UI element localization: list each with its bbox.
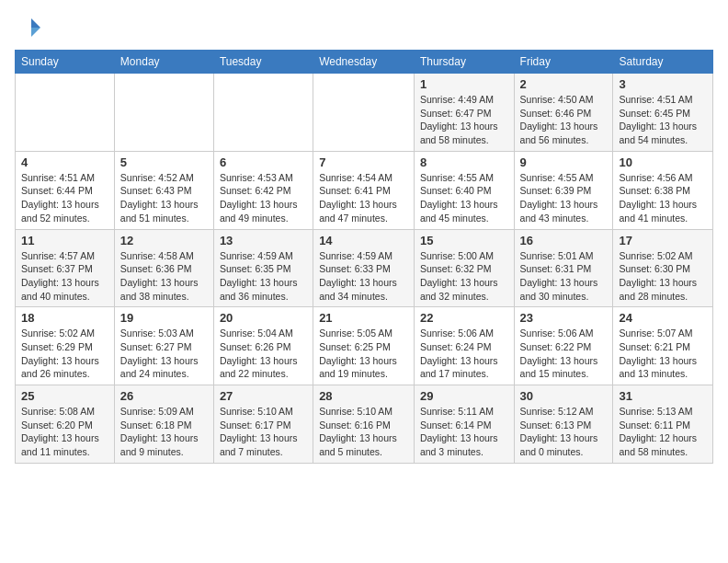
calendar-cell: 19Sunrise: 5:03 AM Sunset: 6:27 PM Dayli… [114, 307, 213, 385]
calendar-cell: 4Sunrise: 4:51 AM Sunset: 6:44 PM Daylig… [16, 151, 115, 229]
calendar-cell [313, 74, 415, 152]
day-detail: Sunrise: 5:02 AM Sunset: 6:30 PM Dayligh… [619, 249, 707, 304]
day-number: 28 [319, 389, 408, 403]
calendar-cell: 28Sunrise: 5:10 AM Sunset: 6:16 PM Dayli… [313, 385, 415, 464]
calendar-cell: 25Sunrise: 5:08 AM Sunset: 6:20 PM Dayli… [16, 385, 115, 464]
header-sunday: Sunday [16, 51, 115, 74]
day-number: 17 [619, 234, 707, 247]
day-number: 27 [220, 389, 307, 403]
day-detail: Sunrise: 5:07 AM Sunset: 6:21 PM Dayligh… [619, 327, 707, 381]
week-row-0: 1Sunrise: 4:49 AM Sunset: 6:47 PM Daylig… [16, 74, 713, 152]
calendar-cell: 18Sunrise: 5:02 AM Sunset: 6:29 PM Dayli… [16, 307, 115, 385]
calendar-cell: 23Sunrise: 5:06 AM Sunset: 6:22 PM Dayli… [514, 307, 613, 385]
day-number: 18 [21, 311, 108, 325]
svg-marker-0 [31, 18, 40, 28]
day-detail: Sunrise: 4:59 AM Sunset: 6:35 PM Dayligh… [220, 249, 307, 304]
calendar-header: Sunday Monday Tuesday Wednesday Thursday… [16, 51, 713, 74]
day-detail: Sunrise: 5:06 AM Sunset: 6:22 PM Dayligh… [520, 327, 608, 381]
day-detail: Sunrise: 5:12 AM Sunset: 6:13 PM Dayligh… [520, 405, 608, 459]
day-detail: Sunrise: 4:49 AM Sunset: 6:47 PM Dayligh… [420, 93, 508, 147]
day-number: 7 [319, 155, 408, 169]
day-number: 9 [520, 155, 608, 169]
day-detail: Sunrise: 4:54 AM Sunset: 6:41 PM Dayligh… [319, 171, 408, 225]
header-thursday: Thursday [414, 51, 514, 74]
day-detail: Sunrise: 4:50 AM Sunset: 6:46 PM Dayligh… [520, 93, 608, 147]
calendar-cell: 3Sunrise: 4:51 AM Sunset: 6:45 PM Daylig… [613, 74, 713, 152]
day-number: 16 [520, 234, 608, 247]
calendar-cell [16, 74, 115, 152]
calendar-cell: 8Sunrise: 4:55 AM Sunset: 6:40 PM Daylig… [414, 151, 514, 229]
day-number: 13 [220, 234, 307, 247]
day-detail: Sunrise: 5:10 AM Sunset: 6:17 PM Dayligh… [220, 405, 307, 459]
calendar-cell: 26Sunrise: 5:09 AM Sunset: 6:18 PM Dayli… [114, 385, 213, 464]
calendar-cell: 16Sunrise: 5:01 AM Sunset: 6:31 PM Dayli… [514, 229, 613, 307]
day-detail: Sunrise: 4:55 AM Sunset: 6:40 PM Dayligh… [420, 171, 508, 225]
header-row: Sunday Monday Tuesday Wednesday Thursday… [16, 51, 713, 74]
calendar-cell: 10Sunrise: 4:56 AM Sunset: 6:38 PM Dayli… [613, 151, 713, 229]
calendar-cell: 24Sunrise: 5:07 AM Sunset: 6:21 PM Dayli… [613, 307, 713, 385]
calendar-cell: 1Sunrise: 4:49 AM Sunset: 6:47 PM Daylig… [414, 74, 514, 152]
calendar-cell [114, 74, 213, 152]
day-detail: Sunrise: 5:04 AM Sunset: 6:26 PM Dayligh… [220, 327, 307, 381]
calendar-cell: 11Sunrise: 4:57 AM Sunset: 6:37 PM Dayli… [16, 229, 115, 307]
day-detail: Sunrise: 4:57 AM Sunset: 6:37 PM Dayligh… [21, 249, 108, 304]
calendar-table: Sunday Monday Tuesday Wednesday Thursday… [15, 50, 713, 464]
day-detail: Sunrise: 5:11 AM Sunset: 6:14 PM Dayligh… [420, 405, 508, 459]
day-detail: Sunrise: 5:13 AM Sunset: 6:11 PM Dayligh… [619, 405, 707, 459]
day-number: 5 [120, 155, 208, 169]
week-row-4: 25Sunrise: 5:08 AM Sunset: 6:20 PM Dayli… [16, 385, 713, 464]
day-number: 11 [21, 234, 108, 247]
calendar-cell: 5Sunrise: 4:52 AM Sunset: 6:43 PM Daylig… [114, 151, 213, 229]
day-detail: Sunrise: 4:55 AM Sunset: 6:39 PM Dayligh… [520, 171, 608, 225]
day-number: 12 [120, 234, 208, 247]
calendar-cell: 15Sunrise: 5:00 AM Sunset: 6:32 PM Dayli… [414, 229, 514, 307]
week-row-3: 18Sunrise: 5:02 AM Sunset: 6:29 PM Dayli… [16, 307, 713, 385]
svg-marker-1 [31, 28, 40, 37]
week-row-2: 11Sunrise: 4:57 AM Sunset: 6:37 PM Dayli… [16, 229, 713, 307]
day-number: 31 [619, 389, 707, 403]
day-number: 26 [120, 389, 208, 403]
calendar-cell: 9Sunrise: 4:55 AM Sunset: 6:39 PM Daylig… [514, 151, 613, 229]
day-detail: Sunrise: 4:51 AM Sunset: 6:45 PM Dayligh… [619, 93, 707, 147]
day-detail: Sunrise: 5:00 AM Sunset: 6:32 PM Dayligh… [420, 249, 508, 304]
calendar-body: 1Sunrise: 4:49 AM Sunset: 6:47 PM Daylig… [16, 74, 713, 464]
calendar-cell [213, 74, 313, 152]
day-number: 14 [319, 234, 408, 247]
calendar-cell: 27Sunrise: 5:10 AM Sunset: 6:17 PM Dayli… [213, 385, 313, 464]
header-monday: Monday [114, 51, 213, 74]
week-row-1: 4Sunrise: 4:51 AM Sunset: 6:44 PM Daylig… [16, 151, 713, 229]
day-detail: Sunrise: 5:10 AM Sunset: 6:16 PM Dayligh… [319, 405, 408, 459]
day-number: 2 [520, 77, 608, 91]
calendar-cell: 12Sunrise: 4:58 AM Sunset: 6:36 PM Dayli… [114, 229, 213, 307]
header-saturday: Saturday [613, 51, 713, 74]
day-number: 25 [21, 389, 108, 403]
header-tuesday: Tuesday [213, 51, 313, 74]
day-number: 8 [420, 155, 508, 169]
day-detail: Sunrise: 4:58 AM Sunset: 6:36 PM Dayligh… [120, 249, 208, 304]
day-number: 6 [220, 155, 307, 169]
calendar-cell: 7Sunrise: 4:54 AM Sunset: 6:41 PM Daylig… [313, 151, 415, 229]
calendar-cell: 30Sunrise: 5:12 AM Sunset: 6:13 PM Dayli… [514, 385, 613, 464]
day-detail: Sunrise: 5:03 AM Sunset: 6:27 PM Dayligh… [120, 327, 208, 381]
calendar-cell: 20Sunrise: 5:04 AM Sunset: 6:26 PM Dayli… [213, 307, 313, 385]
page-header [15, 15, 713, 40]
calendar-cell: 6Sunrise: 4:53 AM Sunset: 6:42 PM Daylig… [213, 151, 313, 229]
day-detail: Sunrise: 4:59 AM Sunset: 6:33 PM Dayligh… [319, 249, 408, 304]
day-detail: Sunrise: 5:02 AM Sunset: 6:29 PM Dayligh… [21, 327, 108, 381]
day-detail: Sunrise: 5:01 AM Sunset: 6:31 PM Dayligh… [520, 249, 608, 304]
calendar-cell: 2Sunrise: 4:50 AM Sunset: 6:46 PM Daylig… [514, 74, 613, 152]
calendar-cell: 29Sunrise: 5:11 AM Sunset: 6:14 PM Dayli… [414, 385, 514, 464]
calendar-cell: 21Sunrise: 5:05 AM Sunset: 6:25 PM Dayli… [313, 307, 415, 385]
header-friday: Friday [514, 51, 613, 74]
day-number: 4 [21, 155, 108, 169]
calendar-cell: 22Sunrise: 5:06 AM Sunset: 6:24 PM Dayli… [414, 307, 514, 385]
day-number: 15 [420, 234, 508, 247]
day-number: 24 [619, 311, 707, 325]
day-number: 21 [319, 311, 408, 325]
day-number: 22 [420, 311, 508, 325]
day-number: 10 [619, 155, 707, 169]
day-detail: Sunrise: 5:08 AM Sunset: 6:20 PM Dayligh… [21, 405, 108, 459]
header-wednesday: Wednesday [313, 51, 415, 74]
day-detail: Sunrise: 5:06 AM Sunset: 6:24 PM Dayligh… [420, 327, 508, 381]
day-number: 30 [520, 389, 608, 403]
